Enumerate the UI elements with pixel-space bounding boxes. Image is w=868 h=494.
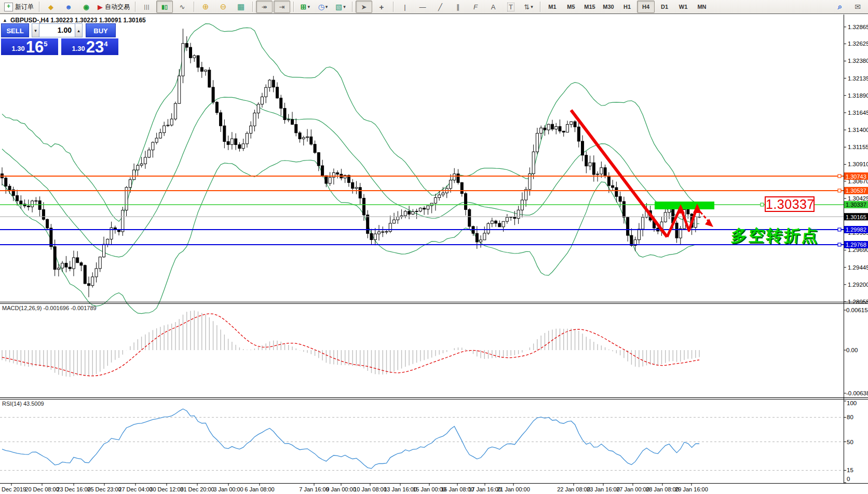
svg-text:1.30165: 1.30165: [846, 214, 866, 220]
text-tool[interactable]: A: [485, 1, 501, 13]
turning-point-text[interactable]: 多空转折点: [730, 227, 820, 245]
volume-up-button[interactable]: ▴: [75, 23, 83, 37]
timeframe-m1[interactable]: M1: [544, 1, 561, 13]
crosshair-tool-button[interactable]: +: [373, 1, 390, 13]
chevron-down-icon: ▾: [531, 4, 533, 9]
svg-text:15: 15: [847, 467, 853, 473]
zoom-in-button[interactable]: ⊕: [197, 1, 214, 13]
line-chart-icon: ∿: [180, 3, 185, 11]
price-axis: 1.328651.326251.323801.321351.318901.316…: [844, 24, 868, 305]
search-button[interactable]: ⌕: [832, 1, 848, 13]
timeframe-h1[interactable]: H1: [618, 1, 636, 13]
cursor-icon: ➤: [361, 3, 367, 11]
arrows-tool[interactable]: ⇅▾: [520, 1, 537, 13]
chat-button[interactable]: ✉: [849, 1, 866, 13]
svg-text:1.32135: 1.32135: [848, 75, 868, 82]
sell-button[interactable]: SELL: [1, 23, 29, 37]
svg-text:1.31155: 1.31155: [848, 144, 868, 150]
indicators-icon: ⊞: [301, 3, 307, 11]
market-icon: ◆: [48, 3, 53, 11]
separator: [39, 2, 39, 12]
autotrading-button[interactable]: ▶ 自动交易: [96, 1, 132, 13]
volume-input[interactable]: 1.00: [39, 23, 75, 37]
cursor-tool-button[interactable]: ➤: [356, 1, 372, 13]
sell-price-display[interactable]: 1.30 16 5: [1, 38, 58, 55]
trendline-tool[interactable]: ╱: [432, 1, 449, 13]
timeframe-m5[interactable]: M5: [562, 1, 580, 13]
candlestick-chart-button[interactable]: ▮▯: [156, 1, 173, 13]
trendline-icon: ╱: [438, 3, 442, 11]
macd-panel: 0.0061570.00-0.00638: [2, 307, 868, 396]
channel-tool[interactable]: ∥: [450, 1, 466, 13]
price-callout-label[interactable]: 1.30337: [765, 196, 815, 212]
auto-scroll-icon: ↠: [262, 3, 267, 11]
bar-chart-icon: |||: [144, 4, 150, 10]
svg-text:1.29768: 1.29768: [846, 242, 866, 248]
svg-text:23 Jan 16:00: 23 Jan 16:00: [587, 486, 620, 492]
price-chart[interactable]: 1.328651.326251.323801.321351.318901.316…: [0, 15, 868, 494]
templates-button[interactable]: ▧▾: [332, 1, 349, 13]
indicators-list-button[interactable]: ⊞▾: [297, 1, 314, 13]
tile-windows-button[interactable]: ▦: [233, 1, 249, 13]
chat-icon: ✉: [855, 3, 861, 11]
buy-button[interactable]: BUY: [86, 23, 116, 37]
symbol-ohlc-text: GBPUSD-,H4 1.30223 1.30223 1.30091 1.301…: [10, 17, 146, 24]
chevron-down-icon: ▾: [326, 4, 328, 9]
new-order-icon: +: [4, 3, 13, 11]
svg-text:1.29445: 1.29445: [848, 264, 868, 271]
signals-button[interactable]: ◉: [78, 1, 94, 13]
candlestick-icon: ▮▯: [161, 4, 168, 10]
timeframe-m15[interactable]: M15: [581, 1, 599, 13]
horizontal-line-tool[interactable]: —: [414, 1, 431, 13]
auto-scroll-button[interactable]: ↠: [256, 1, 273, 13]
svg-text:1.31890: 1.31890: [848, 92, 868, 99]
arrows-icon: ⇅: [524, 3, 530, 11]
vertical-line-tool[interactable]: |: [397, 1, 413, 13]
time-axis: 9 Dec 201920 Dec 08:0023 Dec 16:0025 Dec…: [0, 484, 708, 492]
svg-text:3 Jan 00:00: 3 Jan 00:00: [213, 486, 243, 492]
periods-button[interactable]: ◷▾: [315, 1, 331, 13]
svg-text:1.32865: 1.32865: [848, 24, 868, 30]
clock-icon: ◷: [318, 3, 324, 11]
svg-text:0: 0: [847, 476, 850, 482]
svg-text:1.29982: 1.29982: [846, 226, 866, 233]
signals-icon: ◉: [83, 3, 89, 11]
chart-shift-button[interactable]: ⇥: [274, 1, 290, 13]
text-label-tool[interactable]: T: [503, 1, 519, 13]
fibonacci-tool[interactable]: F: [467, 1, 484, 13]
svg-text:6 Jan 08:00: 6 Jan 08:00: [245, 486, 275, 492]
svg-text:30 Dec 12:00: 30 Dec 12:00: [150, 486, 183, 492]
bar-chart-button[interactable]: |||: [139, 1, 155, 13]
chart-title: ▲ GBPUSD-,H4 1.30223 1.30223 1.30091 1.3…: [3, 17, 146, 24]
chevron-down-icon: ▾: [343, 4, 346, 9]
svg-text:0.00: 0.00: [846, 347, 858, 353]
vertical-line-icon: |: [404, 3, 405, 11]
timeframe-m30[interactable]: M30: [600, 1, 617, 13]
zoom-out-button[interactable]: ⊖: [215, 1, 232, 13]
community-button[interactable]: ☻: [60, 1, 77, 13]
separator: [393, 2, 394, 12]
timeframe-h4[interactable]: H4: [637, 1, 655, 13]
new-order-button[interactable]: + 新订单: [2, 1, 36, 13]
svg-text:1.32380: 1.32380: [848, 58, 868, 64]
separator: [135, 2, 135, 12]
rsi-indicator-label: RSI(14) 43.5009: [2, 400, 44, 407]
svg-text:27 Jan 00:00: 27 Jan 00:00: [616, 486, 649, 492]
svg-text:1.30337: 1.30337: [846, 202, 866, 208]
svg-text:1.30743: 1.30743: [846, 173, 866, 180]
buy-price-display[interactable]: 1.30 23 4: [61, 38, 118, 55]
timeframe-w1[interactable]: W1: [674, 1, 692, 13]
chart-area[interactable]: 1.328651.326251.323801.321351.318901.316…: [0, 15, 868, 494]
volume-down-button[interactable]: ▾: [32, 23, 39, 37]
line-chart-button[interactable]: ∿: [174, 1, 191, 13]
timeframe-mn[interactable]: MN: [693, 1, 711, 13]
svg-text:1.28955: 1.28955: [848, 299, 868, 305]
text-label-icon: T: [507, 3, 514, 11]
svg-text:1.30425: 1.30425: [848, 195, 868, 202]
svg-text:9 Dec 2019: 9 Dec 2019: [0, 486, 26, 492]
market-button[interactable]: ◆: [43, 1, 59, 13]
svg-text:50: 50: [847, 439, 853, 445]
collapse-trade-panel-icon[interactable]: ▲: [3, 18, 7, 23]
timeframe-d1[interactable]: D1: [656, 1, 673, 13]
svg-text:9 Jan 00:00: 9 Jan 00:00: [326, 486, 356, 492]
